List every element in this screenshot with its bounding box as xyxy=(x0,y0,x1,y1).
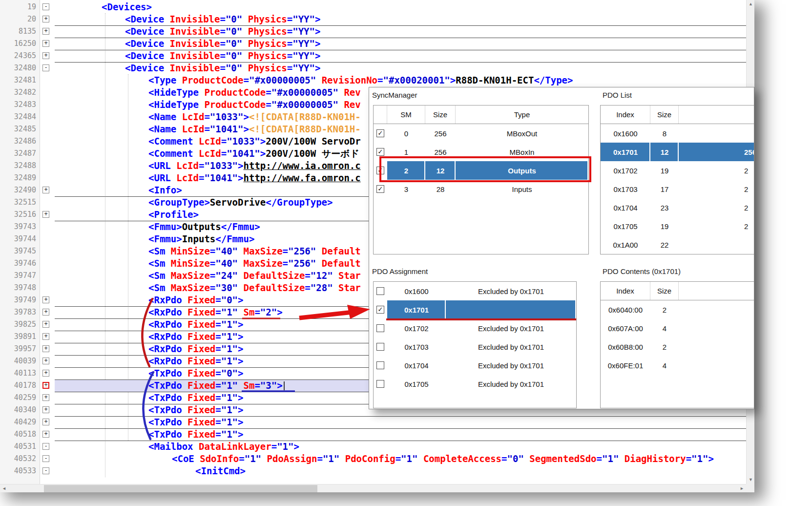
editor-line[interactable]: 19-<Devices> xyxy=(0,1,746,13)
expand-icon[interactable]: + xyxy=(42,52,49,59)
expand-icon[interactable]: + xyxy=(42,382,49,389)
editor-line[interactable]: 8135+<Device Invisible="0" Physics="YY"> xyxy=(0,25,746,38)
pdo-list-row[interactable]: 0x1704232 xyxy=(601,198,754,217)
xml-token: ProductCode xyxy=(204,87,266,98)
scroll-right-arrow[interactable]: ► xyxy=(738,485,746,493)
unchecked-checkbox[interactable] xyxy=(376,287,384,295)
pdo-assignment-row[interactable]: ✓0x1701 xyxy=(374,300,576,319)
xml-code: <Device Invisible="0" Physics="YY"> xyxy=(55,13,320,25)
table-cell: 0x6040:00 xyxy=(601,300,650,319)
horizontal-scrollbar[interactable]: ◄ ► xyxy=(0,484,746,492)
pdo-contents-row[interactable]: 0x607A:004 xyxy=(601,319,754,337)
syncmanager-row[interactable]: ✓1256MBoxIn xyxy=(374,143,588,161)
scroll-down-arrow[interactable]: ▼ xyxy=(747,476,755,484)
fold-gutter xyxy=(41,148,54,160)
checked-checkbox[interactable]: ✓ xyxy=(376,129,384,137)
scroll-up-arrow[interactable]: ▲ xyxy=(747,0,755,8)
pdo-list-row[interactable]: 0x16008 xyxy=(601,124,754,143)
editor-line[interactable]: 24365+<Device Invisible="0" Physics="YY"… xyxy=(0,50,746,62)
unchecked-checkbox[interactable] xyxy=(376,361,384,369)
xml-token xyxy=(238,282,243,293)
syncmanager-row[interactable]: ✓0256MBoxOut xyxy=(374,124,588,143)
editor-line[interactable]: 40532-<CoE SdoInfo="1" PdoAssign="1" Pdo… xyxy=(0,453,746,465)
collapse-icon[interactable]: - xyxy=(42,443,49,450)
editor-line[interactable]: 16250+<Device Invisible="0" Physics="YY"… xyxy=(0,38,746,50)
expand-icon[interactable]: + xyxy=(42,321,49,328)
expand-icon[interactable]: + xyxy=(42,16,49,22)
expand-icon[interactable]: + xyxy=(42,296,49,303)
editor-line[interactable]: 40531-<Mailbox DataLinkLayer="1"> xyxy=(0,441,746,453)
xml-token: = xyxy=(215,295,221,305)
editor-line[interactable]: 20+<Device Invisible="0" Physics="YY"> xyxy=(0,13,746,25)
expand-icon[interactable]: + xyxy=(42,28,49,35)
pdo-contents-row[interactable]: 0x60B8:002 xyxy=(601,337,754,356)
expand-icon[interactable]: + xyxy=(42,394,49,401)
expand-icon[interactable]: + xyxy=(42,40,49,47)
checked-checkbox[interactable]: ✓ xyxy=(376,148,384,156)
xml-token: = xyxy=(215,380,221,391)
line-number: 40533 xyxy=(0,465,36,477)
xml-code: <RxPdo Fixed="1"> xyxy=(55,331,244,343)
editor-line[interactable]: 40429+<TxPdo Fixed="1"> xyxy=(0,416,746,428)
editor-line[interactable]: 40518+<TxPdo Fixed="1"> xyxy=(0,428,746,441)
column-header: Index xyxy=(601,282,650,300)
expand-icon[interactable]: + xyxy=(42,431,49,438)
pdo-list-row[interactable]: 0x1703172 xyxy=(601,180,754,198)
xml-token: "1" xyxy=(221,380,238,391)
xml-token xyxy=(242,38,248,49)
table-cell: 0x1705 xyxy=(601,217,650,235)
checked-checkbox[interactable]: ✓ xyxy=(376,306,384,314)
table-cell xyxy=(679,356,754,375)
pdo-list-row[interactable]: 0x1705192 xyxy=(601,217,754,235)
xml-code: <TxPdo Fixed="0"> xyxy=(55,367,244,380)
line-number: 39783 xyxy=(0,306,36,318)
horizontal-scroll-thumb[interactable] xyxy=(44,485,317,492)
xml-token: Invisible xyxy=(170,26,220,37)
pdo-list-row[interactable]: 0x1A0022 xyxy=(601,235,754,254)
xml-token: <CoE xyxy=(172,453,200,464)
pdo-assignment-row[interactable]: 0x1702Excluded by 0x1701 xyxy=(374,319,576,337)
xml-token: "40" xyxy=(215,246,238,256)
line-number: 32482 xyxy=(0,86,36,99)
collapse-icon[interactable]: - xyxy=(42,3,49,10)
expand-icon[interactable]: + xyxy=(42,345,49,352)
pdo-contents-row[interactable]: 0x60FE:014 xyxy=(601,356,754,375)
pdo-contents-title: PDO Contents (0x1701) xyxy=(603,267,681,275)
expand-icon[interactable]: + xyxy=(42,309,49,316)
pdo-assignment-row[interactable]: 0x1600Excluded by 0x1701 xyxy=(374,282,576,300)
xml-code: <Name LcId="1041"><![CDATA[R88D-KN01H- xyxy=(55,123,361,135)
syncmanager-row[interactable]: ✓328Inputs xyxy=(374,180,588,198)
collapse-icon[interactable]: - xyxy=(42,64,49,71)
expand-icon[interactable]: + xyxy=(42,211,49,218)
pdo-assignment-row[interactable]: 0x1705Excluded by 0x1701 xyxy=(374,375,576,393)
xml-token: <TxPdo xyxy=(148,392,187,403)
pdo-assignment-row[interactable]: 0x1704Excluded by 0x1701 xyxy=(374,356,576,375)
collapse-icon[interactable]: - xyxy=(42,455,49,462)
expand-icon[interactable]: + xyxy=(42,333,49,340)
unchecked-checkbox[interactable] xyxy=(376,343,384,351)
xml-token: <Device xyxy=(125,38,170,49)
expand-icon[interactable]: + xyxy=(42,406,49,413)
expand-icon[interactable]: + xyxy=(42,358,49,364)
expand-icon[interactable]: + xyxy=(42,187,49,193)
collapse-icon[interactable]: - xyxy=(42,467,49,474)
checked-checkbox[interactable]: ✓ xyxy=(376,185,384,193)
editor-line[interactable]: 32480-<Device Invisible="0" Physics="YY"… xyxy=(0,62,746,74)
xml-token xyxy=(339,453,345,464)
editor-line[interactable]: 32481<Type ProductCode="#x00000005" Revi… xyxy=(0,74,746,86)
pdo-list-row[interactable]: 0x1702192 xyxy=(601,161,754,180)
expand-icon[interactable]: + xyxy=(42,419,49,425)
scroll-left-arrow[interactable]: ◄ xyxy=(0,485,8,493)
xml-token: Fixed xyxy=(187,380,215,391)
xml-token: "28" xyxy=(311,282,333,293)
checked-checkbox[interactable]: ✓ xyxy=(376,167,384,174)
unchecked-checkbox[interactable] xyxy=(376,380,384,388)
pdo-list-row[interactable]: 0x170112256 xyxy=(601,143,754,161)
pdo-contents-row[interactable]: 0x6040:002 xyxy=(601,300,754,319)
expand-icon[interactable]: + xyxy=(42,370,49,377)
editor-line[interactable]: 40533-<InitCmd> xyxy=(0,465,746,477)
pdo-assignment-row[interactable]: 0x1703Excluded by 0x1701 xyxy=(374,337,576,356)
syncmanager-row[interactable]: ✓212Outputs xyxy=(374,161,588,180)
xml-code: <URL LcId="1033">http://www.ia.omron.c xyxy=(55,160,361,172)
unchecked-checkbox[interactable] xyxy=(376,324,384,332)
